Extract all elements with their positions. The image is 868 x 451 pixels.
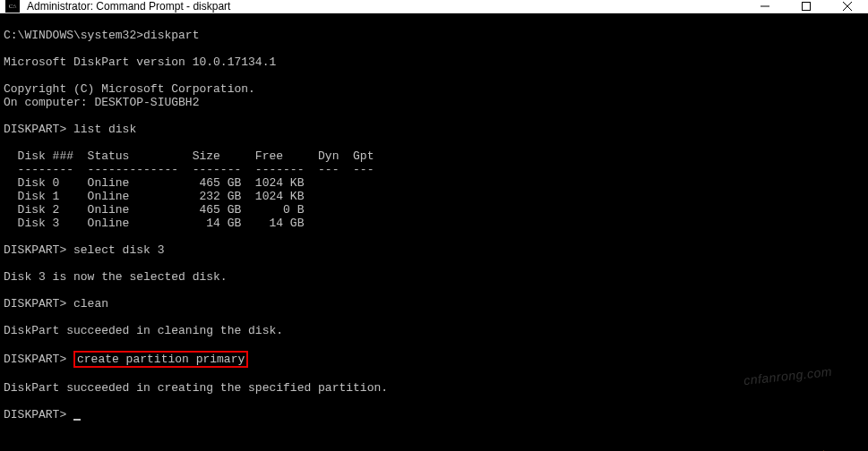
disk-row: Disk 1 Online 232 GB 1024 KB [4, 190, 304, 203]
term-line: DiskPart succeeded in creating the speci… [4, 381, 388, 395]
term-line: DiskPart succeeded in cleaning the disk. [4, 324, 283, 337]
term-line: Disk 3 is now the selected disk. [4, 270, 228, 284]
cursor [73, 419, 81, 421]
cmd-icon [5, 0, 20, 13]
term-line: C:\WINDOWS\system32>diskpart [4, 29, 199, 42]
term-line: DISKPART> select disk 3 [4, 243, 164, 257]
term-line: DISKPART> list disk [4, 123, 136, 136]
term-line: On computer: DESKTOP-SIUGBH2 [4, 96, 199, 109]
window-title: Administrator: Command Prompt - diskpart [27, 0, 230, 13]
term-line: Microsoft DiskPart version 10.0.17134.1 [4, 55, 276, 69]
disk-table-header: Disk ### Status Size Free Dyn Gpt [4, 149, 374, 163]
prompt-prefix: DISKPART> [4, 353, 73, 366]
term-line: Copyright (C) Microsoft Corporation. [4, 82, 255, 96]
disk-table-divider: -------- ------------- ------- ------- -… [4, 163, 374, 176]
disk-row: Disk 0 Online 465 GB 1024 KB [4, 176, 304, 190]
disk-row: Disk 2 Online 465 GB 0 B [4, 203, 304, 217]
maximize-button[interactable] [786, 0, 827, 13]
minimize-button[interactable] [744, 0, 786, 13]
terminal-output[interactable]: C:\WINDOWS\system32>diskpart Microsoft D… [0, 13, 868, 451]
highlighted-command: create partition primary [73, 351, 248, 368]
window-controls [744, 0, 868, 13]
watermark-url: cnfanrong.com [743, 365, 832, 387]
command-prompt-window: Administrator: Command Prompt - diskpart… [0, 0, 868, 451]
titlebar[interactable]: Administrator: Command Prompt - diskpart [0, 0, 868, 13]
term-line: DISKPART> clean [4, 297, 108, 311]
svg-rect-1 [803, 3, 811, 11]
prompt-current: DISKPART> [4, 408, 73, 421]
close-button[interactable] [827, 0, 868, 13]
disk-row: Disk 3 Online 14 GB 14 GB [4, 217, 304, 230]
